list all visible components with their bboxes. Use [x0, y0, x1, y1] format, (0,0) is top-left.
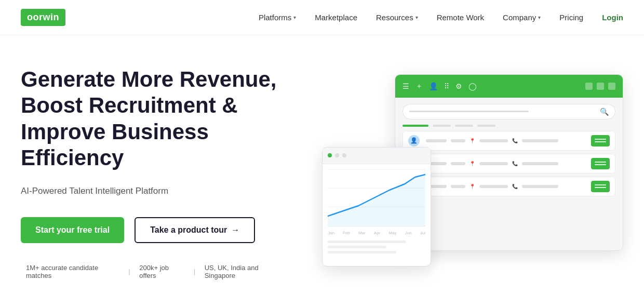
window-dot-1	[335, 153, 339, 157]
start-trial-button[interactable]: Start your free trial	[21, 217, 124, 243]
row-data: 📍 📞	[426, 138, 585, 143]
table-row: 👤 📍 📞	[403, 177, 615, 196]
nav-item-marketplace[interactable]: Marketplace	[315, 13, 357, 22]
location-icon: 📍	[469, 161, 475, 166]
tab-bar	[403, 125, 615, 127]
search-bar: 🔍	[403, 104, 615, 119]
nav-item-login[interactable]: Login	[602, 13, 623, 22]
tab-item-3	[477, 125, 495, 127]
settings-icon: ⚙	[455, 82, 462, 90]
hero-buttons: Start your free trial Take a product tou…	[21, 217, 291, 243]
hero-section: Generate More Revenue, Boost Recruitment…	[0, 35, 644, 294]
chart-body: Jan Feb Mar Apr May Jun Jul	[323, 164, 431, 259]
nav-item-pricing[interactable]: Pricing	[559, 13, 583, 22]
tab-item-1	[433, 125, 451, 127]
hero-visual: ☰ ＋ 👤 ⠿ ⚙ ◯ 🔍	[322, 74, 623, 272]
nav-item-platforms[interactable]: Platforms ▾	[259, 13, 296, 22]
product-tour-button[interactable]: Take a product tour →	[135, 217, 255, 243]
phone-icon: 📞	[512, 184, 518, 189]
window-dot-2	[342, 153, 346, 157]
nav-item-company[interactable]: Company ▾	[503, 13, 541, 22]
chart-window: Jan Feb Mar Apr May Jun Jul	[322, 147, 431, 266]
phone-icon: 📞	[512, 138, 518, 143]
window-header: ☰ ＋ 👤 ⠿ ⚙ ◯	[395, 75, 623, 98]
chevron-down-icon: ▾	[538, 15, 541, 20]
profile-icon: ◯	[468, 82, 477, 90]
window-control-3	[608, 83, 615, 90]
nav-item-remote-work[interactable]: Remote Work	[437, 13, 484, 22]
chevron-down-icon: ▾	[293, 15, 296, 20]
window-control-1	[585, 83, 593, 90]
hero-title: Generate More Revenue, Boost Recruitment…	[21, 66, 291, 171]
grid-icon: ⠿	[444, 82, 449, 90]
hero-subtitle: AI-Powered Talent Intelligent Platform	[21, 186, 291, 196]
avatar: 👤	[408, 135, 420, 146]
hero-content: Generate More Revenue, Boost Recruitment…	[21, 66, 291, 279]
action-badge	[591, 181, 610, 192]
window-dot-green	[328, 153, 332, 157]
table-row: 👤 📍 📞	[403, 131, 615, 151]
chart-labels: Jan Feb Mar Apr May Jun Jul	[328, 231, 425, 235]
chevron-down-icon: ▾	[415, 15, 418, 20]
phone-icon: 📞	[512, 161, 518, 166]
search-icon: 🔍	[600, 108, 609, 116]
table-row: 👤 📍 📞	[403, 154, 615, 173]
brand-logo[interactable]: oorwin	[21, 9, 65, 26]
user-icon: 👤	[429, 82, 438, 90]
arrow-icon: →	[231, 225, 239, 235]
window-controls	[585, 83, 615, 90]
hero-stats: 1M+ accurate candidate matches | 200k+ j…	[21, 264, 291, 279]
navbar: oorwin Platforms ▾ Marketplace Resources…	[0, 0, 644, 35]
action-badge	[591, 158, 610, 169]
window-control-2	[597, 83, 604, 90]
front-window-header	[323, 148, 431, 164]
action-badge	[591, 135, 610, 146]
tab-item-active	[403, 125, 428, 127]
location-icon: 📍	[469, 184, 475, 189]
chart-area	[328, 169, 425, 226]
plus-icon: ＋	[415, 82, 423, 91]
search-placeholder-line	[409, 111, 529, 112]
mini-rows	[328, 240, 425, 253]
svg-marker-0	[328, 175, 425, 226]
row-data: 📍 📞	[426, 161, 585, 166]
location-icon: 📍	[469, 138, 475, 143]
tab-item-2	[455, 125, 473, 127]
nav-item-resources[interactable]: Resources ▾	[376, 13, 418, 22]
row-data: 📍 📞	[426, 184, 585, 189]
chart-svg	[328, 169, 425, 226]
hamburger-icon: ☰	[403, 82, 409, 90]
